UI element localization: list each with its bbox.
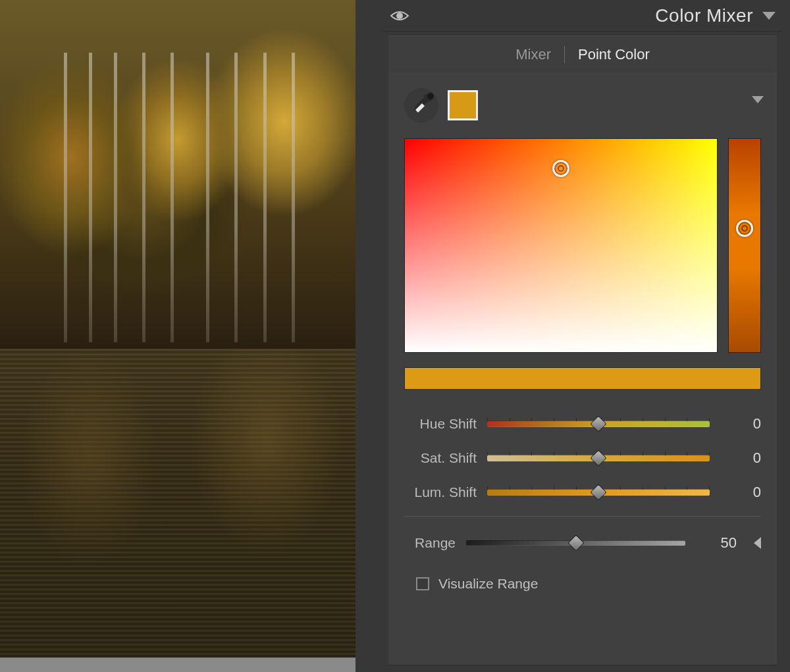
slider-track[interactable] (487, 489, 710, 496)
lum-shift-slider: Lum. Shift 0 (404, 475, 761, 509)
slider-value[interactable]: 50 (696, 534, 737, 552)
eyedropper-button[interactable] (404, 88, 438, 122)
slider-thumb[interactable] (567, 534, 584, 551)
visualize-range-label: Visualize Range (438, 576, 538, 592)
sub-tabs: Mixer Point Color (388, 36, 777, 74)
slider-track[interactable] (466, 540, 685, 546)
slider-label: Lum. Shift (404, 484, 477, 500)
svg-point-0 (397, 13, 402, 18)
slider-value[interactable]: 0 (720, 415, 761, 432)
color-field-cursor[interactable] (552, 160, 569, 177)
tab-mixer[interactable]: Mixer (515, 46, 551, 63)
slider-value[interactable]: 0 (720, 450, 761, 467)
tab-divider (564, 46, 565, 63)
swatch-options-icon[interactable] (752, 96, 764, 103)
color-field[interactable] (404, 138, 718, 353)
visualize-range-row: Visualize Range (404, 576, 761, 592)
slider-track[interactable] (487, 455, 710, 461)
tab-point-color[interactable]: Point Color (578, 46, 650, 63)
hue-bar-cursor[interactable] (736, 220, 753, 237)
hue-bar[interactable] (728, 138, 761, 353)
visualize-range-checkbox[interactable] (416, 577, 429, 590)
separator (404, 516, 761, 517)
visibility-eye-icon[interactable] (390, 9, 409, 22)
slider-label: Sat. Shift (404, 450, 477, 466)
range-expand-icon[interactable] (754, 537, 761, 549)
slider-label: Hue Shift (404, 416, 477, 432)
sampled-color-swatch[interactable] (448, 90, 478, 120)
slider-label: Range (404, 535, 456, 551)
image-preview[interactable] (0, 0, 356, 658)
slider-track[interactable] (487, 421, 710, 427)
color-preview-strip (404, 367, 761, 390)
slider-value[interactable]: 0 (720, 484, 761, 501)
eyedropper-icon (406, 90, 436, 120)
range-slider: Range 50 (404, 526, 761, 560)
hue-shift-slider: Hue Shift 0 (404, 407, 761, 441)
color-mixer-panel: Color Mixer Mixer Point Color (383, 0, 790, 672)
panel-resize-gutter[interactable] (356, 0, 383, 672)
panel-title: Color Mixer (655, 5, 753, 26)
panel-collapse-icon[interactable] (762, 12, 776, 20)
svg-point-1 (427, 93, 434, 99)
sat-shift-slider: Sat. Shift 0 (404, 441, 761, 475)
panel-header: Color Mixer (383, 0, 782, 32)
